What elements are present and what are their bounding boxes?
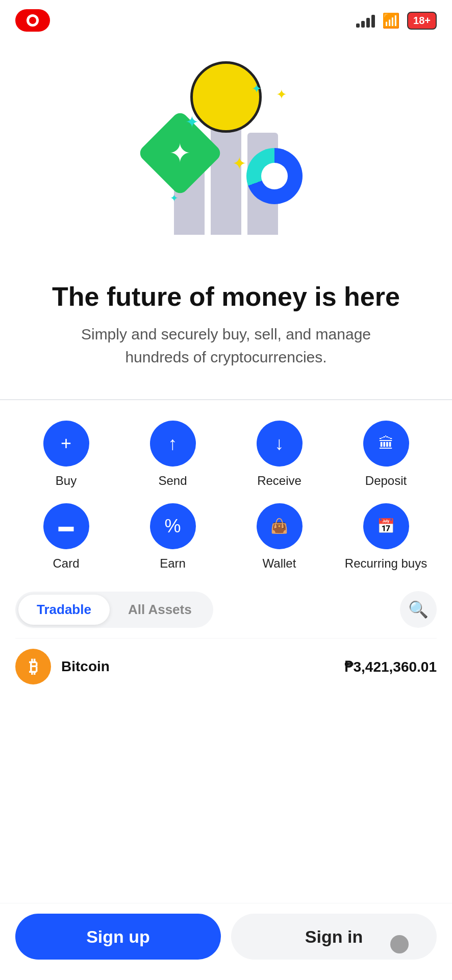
bottom-bar: Sign up Sign in: [0, 903, 452, 980]
action-card[interactable]: ▬ Card: [15, 503, 117, 571]
assets-header: Tradable All Assets 🔍: [15, 591, 437, 628]
action-circle-buy: +: [43, 421, 89, 467]
bank-icon: 🏛: [379, 436, 394, 451]
action-label-buy: Buy: [56, 474, 77, 488]
arrow-up-icon: ↑: [168, 434, 178, 453]
status-bar-right: 📶 18+: [356, 12, 437, 30]
signal-bar-3: [366, 18, 370, 28]
action-label-wallet: Wallet: [263, 556, 296, 571]
sparkle-1: ✦: [185, 112, 199, 132]
hero-illustration: ✦ ✦ ✦ ✦ ✦: [119, 51, 333, 265]
action-circle-earn: %: [150, 503, 196, 549]
action-label-earn: Earn: [160, 556, 186, 571]
status-bar-left: [15, 9, 50, 32]
signal-bars: [356, 13, 375, 28]
action-circle-send: ↑: [150, 421, 196, 467]
action-label-receive: Receive: [257, 474, 302, 488]
bitcoin-price: ₱3,421,360.01: [344, 658, 437, 675]
hero-section: ✦ ✦ ✦ ✦ ✦ The future of money is here Si…: [0, 41, 452, 389]
signup-button[interactable]: Sign up: [15, 914, 221, 960]
card-icon: ▬: [59, 519, 74, 534]
cursor-indicator: [390, 935, 409, 953]
signal-bar-1: [356, 23, 360, 28]
action-circle-recurring: 📅: [363, 503, 409, 549]
action-circle-wallet: 👜: [257, 503, 303, 549]
bitcoin-icon: ₿: [15, 649, 51, 684]
action-deposit[interactable]: 🏛 Deposit: [335, 421, 437, 488]
action-label-recurring: Recurring buys: [345, 556, 427, 571]
hero-subtitle: Simply and securely buy, sell, and manag…: [73, 323, 379, 369]
bitcoin-name: Bitcoin: [61, 658, 334, 675]
tab-tradable[interactable]: Tradable: [18, 595, 110, 625]
action-buy[interactable]: + Buy: [15, 421, 117, 488]
recording-indicator: [15, 9, 50, 32]
action-circle-card: ▬: [43, 503, 89, 549]
signin-label: Sign in: [305, 927, 363, 947]
action-grid: + Buy ↑ Send ↓ Receive 🏛 Deposit ▬ Card …: [0, 400, 452, 576]
action-label-send: Send: [158, 474, 187, 488]
blue-donut: [246, 148, 303, 204]
percent-icon: %: [164, 517, 181, 535]
tab-all-assets[interactable]: All Assets: [110, 595, 210, 625]
signal-bar-4: [371, 15, 375, 28]
action-circle-deposit: 🏛: [363, 421, 409, 467]
search-button[interactable]: 🔍: [400, 591, 437, 628]
sparkle-5: ✦: [232, 153, 246, 174]
assets-tabs: Tradable All Assets: [15, 592, 213, 628]
wifi-icon: 📶: [382, 12, 400, 29]
recording-dot: [27, 14, 39, 27]
battery-indicator: 18+: [407, 12, 437, 30]
action-send[interactable]: ↑ Send: [122, 421, 223, 488]
status-bar: 📶 18+: [0, 0, 452, 41]
signal-bar-2: [361, 21, 365, 28]
assets-section: Tradable All Assets 🔍 ₿ Bitcoin ₱3,421,3…: [0, 576, 452, 700]
bitcoin-row[interactable]: ₿ Bitcoin ₱3,421,360.01: [15, 638, 437, 695]
search-icon: 🔍: [408, 600, 429, 619]
signin-button[interactable]: Sign in: [231, 914, 437, 960]
sparkle-2: ✦: [252, 82, 262, 96]
action-receive[interactable]: ↓ Receive: [229, 421, 330, 488]
action-earn[interactable]: % Earn: [122, 503, 223, 571]
yellow-coin: [190, 61, 262, 133]
plus-icon: +: [61, 434, 71, 453]
sparkle-4: ✦: [170, 192, 179, 204]
action-label-deposit: Deposit: [365, 474, 407, 488]
arrow-down-icon: ↓: [275, 434, 284, 453]
hero-title: The future of money is here: [52, 281, 400, 312]
sparkle-3: ✦: [276, 87, 287, 103]
action-label-card: Card: [53, 556, 79, 571]
calendar-icon: 📅: [377, 519, 395, 533]
action-circle-receive: ↓: [257, 421, 303, 467]
action-wallet[interactable]: 👜 Wallet: [229, 503, 330, 571]
action-recurring[interactable]: 📅 Recurring buys: [335, 503, 437, 571]
wallet-icon: 👜: [270, 519, 288, 533]
